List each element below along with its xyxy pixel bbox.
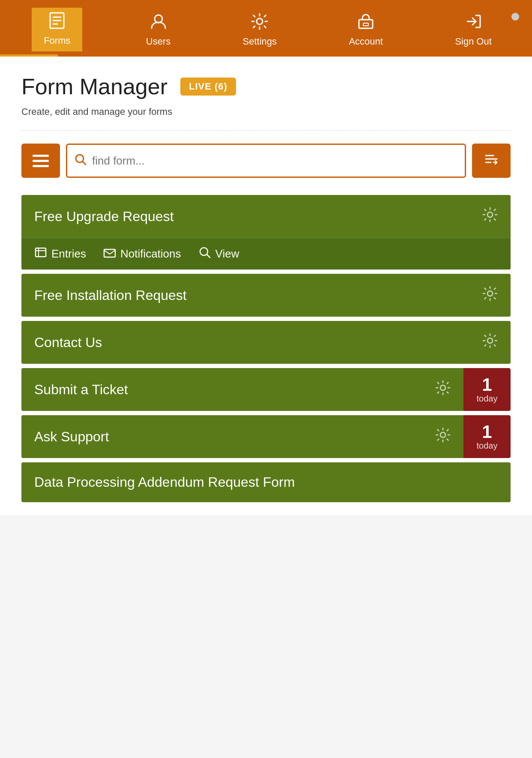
form-item-title: Free Upgrade Request — [34, 209, 174, 225]
nav-signout[interactable]: Sign Out — [446, 12, 500, 47]
form-settings-icon[interactable] — [435, 380, 451, 399]
form-item-header[interactable]: Free Upgrade Request — [21, 195, 511, 238]
view-icon — [198, 246, 211, 262]
badge-count: 1 — [482, 376, 492, 394]
form-item-title: Data Processing Addendum Request Form — [34, 474, 295, 490]
badge-label: today — [477, 394, 498, 404]
search-input[interactable] — [92, 154, 458, 168]
svg-point-15 — [487, 212, 493, 217]
search-icon — [74, 153, 87, 169]
nav-signout-label: Sign Out — [455, 36, 492, 47]
notifications-icon — [103, 246, 116, 262]
form-item-header[interactable]: Contact Us — [21, 321, 511, 364]
page-title: Form Manager — [21, 74, 167, 99]
form-item: Free Installation Request — [21, 274, 511, 317]
status-indicator — [511, 13, 519, 21]
svg-line-10 — [83, 161, 86, 165]
svg-point-24 — [440, 385, 445, 390]
form-badge: 1 today — [463, 368, 511, 411]
signout-icon — [464, 12, 483, 33]
svg-point-22 — [487, 291, 493, 296]
nav-users-label: Users — [146, 36, 170, 47]
nav-settings-label: Settings — [243, 36, 277, 47]
nav-users[interactable]: Users — [137, 12, 179, 47]
svg-point-23 — [487, 338, 493, 343]
form-item: Ask Support 1 today — [21, 415, 511, 458]
view-button[interactable]: View — [198, 246, 252, 262]
notifications-button[interactable]: Notifications — [103, 246, 194, 262]
entries-label: Entries — [51, 247, 86, 261]
form-item-header[interactable]: Data Processing Addendum Request Form — [21, 462, 511, 502]
svg-rect-16 — [36, 248, 46, 257]
svg-rect-19 — [104, 249, 115, 257]
users-icon — [149, 12, 168, 33]
view-label: View — [215, 247, 239, 261]
search-wrapper — [66, 144, 466, 178]
form-list: Free Upgrade Request — [21, 195, 511, 502]
nav-forms-label: Forms — [44, 35, 70, 46]
badge-label: today — [477, 441, 498, 451]
header-divider — [21, 130, 511, 131]
form-item: Submit a Ticket 1 today — [21, 368, 511, 411]
main-content: Form Manager LIVE (6) Create, edit and m… — [0, 57, 532, 515]
entries-button[interactable]: Entries — [34, 246, 99, 262]
settings-icon — [250, 12, 269, 33]
form-item-header[interactable]: Free Installation Request — [21, 274, 511, 317]
badge-count: 1 — [482, 423, 492, 441]
form-badge: 1 today — [463, 415, 511, 458]
form-settings-icon[interactable] — [482, 286, 498, 305]
form-item-title: Submit a Ticket — [34, 382, 128, 398]
notifications-label: Notifications — [120, 247, 181, 261]
svg-point-5 — [257, 18, 263, 24]
form-item-title: Ask Support — [34, 429, 109, 445]
svg-line-21 — [206, 255, 210, 258]
nav-account[interactable]: Account — [340, 12, 392, 47]
svg-rect-7 — [363, 23, 368, 26]
form-item-header[interactable]: Ask Support — [21, 415, 463, 458]
form-item: Data Processing Addendum Request Form — [21, 462, 511, 502]
menu-button[interactable] — [21, 144, 60, 178]
page-header: Form Manager LIVE (6) — [21, 74, 511, 99]
nav-settings[interactable]: Settings — [234, 12, 286, 47]
nav-forms[interactable]: Forms — [32, 8, 82, 51]
hamburger-icon — [33, 155, 49, 167]
svg-point-25 — [440, 432, 445, 437]
sort-icon — [484, 152, 499, 170]
form-item: Free Upgrade Request — [21, 195, 511, 270]
entries-icon — [34, 246, 47, 262]
form-item-title: Free Installation Request — [34, 288, 187, 303]
sort-button[interactable] — [472, 144, 511, 178]
form-settings-icon[interactable] — [482, 333, 498, 352]
form-item-header[interactable]: Submit a Ticket — [21, 368, 463, 411]
search-row — [21, 144, 511, 178]
form-actions-bar: Entries Notifications — [21, 238, 511, 270]
form-item-main: Ask Support — [21, 415, 463, 458]
form-settings-icon[interactable] — [435, 427, 451, 446]
svg-rect-6 — [359, 20, 373, 28]
form-settings-icon[interactable] — [482, 207, 498, 226]
account-icon — [356, 12, 375, 33]
top-navigation: Forms Users Settings Account — [0, 0, 532, 57]
nav-account-label: Account — [349, 36, 383, 47]
form-item-main: Submit a Ticket — [21, 368, 463, 411]
form-item-title: Contact Us — [34, 335, 102, 351]
form-item: Contact Us — [21, 321, 511, 364]
page-subtitle: Create, edit and manage your forms — [21, 106, 511, 117]
live-badge: LIVE (6) — [180, 78, 236, 96]
svg-point-4 — [155, 15, 162, 23]
forms-icon — [48, 11, 66, 33]
